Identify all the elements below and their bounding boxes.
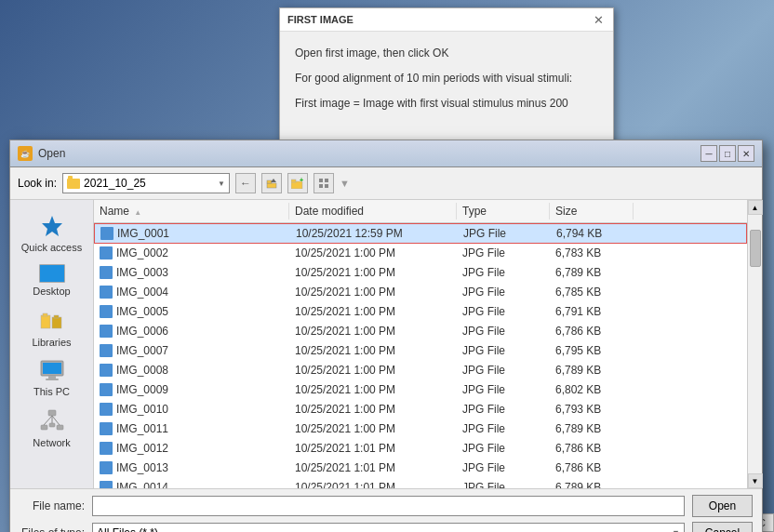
file-name-cell: IMG_0005 (94, 304, 289, 319)
file-name: IMG_0001 (117, 227, 169, 240)
look-in-label: Look in: (18, 177, 57, 190)
file-name-cell: IMG_0007 (94, 343, 289, 358)
sidebar-quickaccess-label: Quick access (21, 242, 82, 253)
table-row[interactable]: IMG_000710/25/2021 1:00 PMJPG File6,795 … (94, 341, 747, 361)
table-row[interactable]: IMG_000110/25/2021 12:59 PMJPG File6,794… (94, 223, 747, 244)
file-name: IMG_0009 (116, 383, 168, 396)
open-dialog-titlebar: ☕ Open ─ □ ✕ (10, 140, 762, 167)
open-button[interactable]: Open (692, 495, 753, 517)
file-name-cell: IMG_0012 (94, 441, 289, 456)
titlebar-controls: ─ □ ✕ (701, 145, 754, 162)
file-type-cell: JPG File (457, 265, 550, 280)
file-size-cell: 6,786 KB (550, 460, 634, 475)
sidebar-item-desktop[interactable]: Desktop (15, 260, 89, 300)
sidebar-item-network[interactable]: Network (15, 405, 89, 452)
info-dialog-title-text: FIRST IMAGE (287, 14, 354, 25)
view-button[interactable] (314, 173, 334, 193)
table-row[interactable]: IMG_001310/25/2021 1:01 PMJPG File6,786 … (94, 459, 747, 478)
col-header-date[interactable]: Date modified (289, 203, 457, 219)
col-header-name[interactable]: Name ▲ (94, 203, 289, 219)
file-date-cell: 10/25/2021 1:00 PM (289, 265, 457, 280)
file-type-cell: JPG File (457, 402, 550, 417)
file-icon (100, 344, 113, 357)
file-name: IMG_0012 (116, 442, 168, 455)
file-date-cell: 10/25/2021 1:00 PM (289, 382, 457, 397)
svg-rect-20 (41, 425, 47, 430)
sidebar-item-quickaccess[interactable]: Quick access (15, 209, 89, 257)
file-type-cell: JPG File (457, 421, 550, 436)
file-date-cell: 10/25/2021 1:00 PM (289, 421, 457, 436)
file-name-cell: IMG_0014 (94, 480, 289, 488)
new-folder-icon: + (291, 178, 304, 189)
scrollbar-thumb[interactable] (750, 230, 761, 267)
file-icon (100, 422, 113, 435)
table-row[interactable]: IMG_001210/25/2021 1:01 PMJPG File6,786 … (94, 439, 747, 459)
table-row[interactable]: IMG_000810/25/2021 1:00 PMJPG File6,789 … (94, 361, 747, 380)
sidebar-network-label: Network (33, 437, 70, 448)
dialog-bottom: File name: Open Files of type: All Files… (10, 488, 762, 532)
table-row[interactable]: IMG_000410/25/2021 1:00 PMJPG File6,785 … (94, 283, 747, 302)
info-line3: First image = Image with first visual st… (295, 95, 598, 113)
table-row[interactable]: IMG_000510/25/2021 1:00 PMJPG File6,791 … (94, 302, 747, 322)
file-icon (100, 266, 113, 279)
restore-button[interactable]: □ (719, 145, 736, 162)
cancel-button[interactable]: Cancel (692, 522, 753, 532)
file-date-cell: 10/25/2021 1:00 PM (289, 402, 457, 417)
file-size-cell: 6,793 KB (550, 402, 634, 417)
table-row[interactable]: IMG_001010/25/2021 1:00 PMJPG File6,793 … (94, 400, 747, 419)
file-type-cell: JPG File (457, 285, 550, 299)
sidebar-item-libraries[interactable]: Libraries (15, 304, 89, 352)
info-line2: For good alignment of 10 min periods wit… (295, 70, 598, 87)
file-type-cell: JPG File (458, 226, 551, 241)
file-type-cell: JPG File (457, 382, 550, 397)
table-row[interactable]: IMG_000310/25/2021 1:00 PMJPG File6,789 … (94, 263, 747, 283)
filename-input[interactable] (92, 496, 685, 516)
sidebar-desktop-label: Desktop (33, 286, 70, 297)
file-size-cell: 6,783 KB (550, 246, 634, 260)
file-date-cell: 10/25/2021 1:00 PM (289, 246, 457, 260)
svg-rect-0 (267, 183, 276, 188)
svg-rect-18 (46, 379, 59, 380)
table-row[interactable]: IMG_000610/25/2021 1:00 PMJPG File6,786 … (94, 322, 747, 341)
file-type-cell: JPG File (457, 480, 550, 488)
file-size-cell: 6,789 KB (550, 265, 634, 280)
new-folder-button[interactable]: + (287, 173, 308, 193)
file-date-cell: 10/25/2021 1:01 PM (289, 480, 457, 488)
scrollbar-down-arrow[interactable]: ▼ (748, 473, 763, 488)
dropdown-arrow2-icon: ▼ (340, 178, 350, 189)
sidebar-item-thispc[interactable]: This PC (15, 355, 89, 401)
svg-rect-12 (43, 313, 47, 316)
libraries-icon (39, 308, 65, 334)
table-row[interactable]: IMG_001410/25/2021 1:01 PMJPG File6,789 … (94, 478, 747, 488)
file-name: IMG_0003 (116, 266, 168, 279)
svg-text:+: + (300, 178, 303, 183)
file-icon (100, 246, 113, 259)
table-row[interactable]: IMG_001110/25/2021 1:00 PMJPG File6,789 … (94, 419, 747, 439)
col-header-size[interactable]: Size (550, 203, 634, 219)
file-type-cell: JPG File (457, 363, 550, 378)
network-icon (39, 408, 65, 434)
filelist-rows: IMG_000110/25/2021 12:59 PMJPG File6,794… (94, 223, 747, 488)
filetype-select[interactable]: All Files (*.*) ▼ (92, 523, 685, 532)
file-date-cell: 10/25/2021 1:00 PM (289, 285, 457, 299)
minimize-button[interactable]: ─ (701, 145, 717, 162)
svg-rect-4 (291, 180, 296, 182)
view-icon (318, 178, 329, 189)
filetype-value: All Files (*.*) (97, 526, 158, 532)
back-button[interactable]: ← (235, 173, 256, 193)
folder-icon (67, 179, 80, 189)
col-header-type[interactable]: Type (457, 203, 550, 219)
file-date-cell: 10/25/2021 1:00 PM (289, 324, 457, 339)
look-in-select[interactable]: 2021_10_25 ▼ (62, 173, 230, 193)
file-name: IMG_0010 (116, 403, 168, 416)
close-button[interactable]: ✕ (738, 145, 754, 162)
file-date-cell: 10/25/2021 1:01 PM (289, 460, 457, 475)
up-folder-button[interactable] (261, 173, 282, 193)
scrollbar-track[interactable]: ▲ ▼ (747, 200, 762, 488)
table-row[interactable]: IMG_000910/25/2021 1:00 PMJPG File6,802 … (94, 380, 747, 400)
info-dialog-close-button[interactable]: ✕ (591, 12, 606, 27)
table-row[interactable]: IMG_000210/25/2021 1:00 PMJPG File6,783 … (94, 244, 747, 263)
file-date-cell: 10/25/2021 12:59 PM (290, 226, 458, 241)
file-size-cell: 6,786 KB (550, 324, 634, 339)
scrollbar-up-arrow[interactable]: ▲ (748, 200, 763, 215)
